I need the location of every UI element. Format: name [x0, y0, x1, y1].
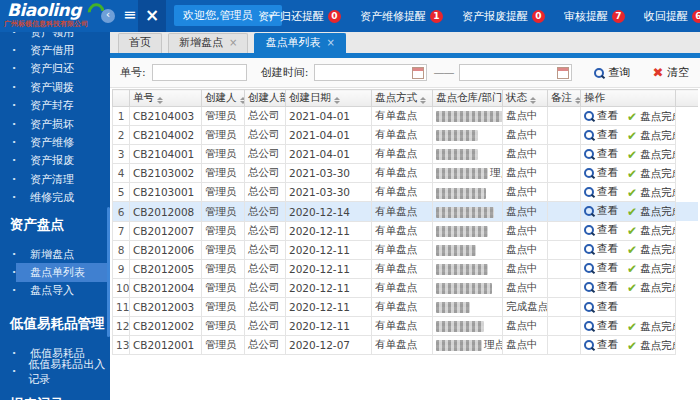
- table-row[interactable]: 11CB2012003管理员总公司2020-12-11有单盘点完成盘点查看: [113, 297, 699, 316]
- view-link[interactable]: 查看: [584, 280, 618, 294]
- order-no-input[interactable]: [152, 64, 247, 81]
- complete-link[interactable]: ✔盘点完成: [627, 148, 676, 162]
- date-to-input[interactable]: [459, 64, 572, 81]
- sidebar-item[interactable]: ·低值易耗品出入记录: [0, 362, 110, 380]
- view-link[interactable]: 查看: [584, 338, 618, 352]
- tab-close-icon[interactable]: ×: [326, 37, 334, 48]
- complete-link[interactable]: ✔盘点完成: [627, 186, 676, 200]
- close-icon[interactable]: ×: [138, 0, 166, 32]
- cell-created-date: 2020-12-11: [286, 317, 372, 336]
- tab-item[interactable]: 新增盘点×: [168, 33, 248, 53]
- view-link[interactable]: 查看: [584, 128, 618, 142]
- sort-icon[interactable]: [530, 97, 536, 104]
- table-row[interactable]: 4CB2103002管理员总公司2021-03-30有单盘点理点盘点中查看✔盘点…: [113, 164, 699, 183]
- topnav-item[interactable]: 资产报废提醒0: [462, 9, 545, 24]
- clear-button[interactable]: ✖ 清空: [652, 65, 689, 80]
- table-row[interactable]: 7CB2012007管理员总公司2020-12-11有单盘点盘点中查看✔盘点完成: [113, 221, 699, 240]
- sort-icon[interactable]: [240, 97, 245, 104]
- table-row[interactable]: 2CB2104002管理员总公司2021-04-01有单盘点盘点中查看✔盘点完成: [113, 126, 699, 145]
- column-header[interactable]: 创建人部门: [245, 90, 286, 107]
- table-row[interactable]: 3CB2104001管理员总公司2021-04-01有单盘点盘点中查看✔盘点完成: [113, 145, 699, 164]
- column-header[interactable]: 创建日期: [286, 90, 372, 107]
- sidebar-item[interactable]: ·资产归还: [0, 60, 110, 78]
- complete-link[interactable]: ✔盘点完成: [627, 110, 676, 124]
- view-link[interactable]: 查看: [584, 319, 618, 333]
- view-link[interactable]: 查看: [584, 185, 618, 199]
- calendar-icon[interactable]: [412, 67, 424, 79]
- complete-link[interactable]: ✔盘点完成: [627, 262, 676, 276]
- sidebar-item[interactable]: ·资产清理: [0, 170, 110, 188]
- column-header[interactable]: 单号: [130, 90, 202, 107]
- complete-link[interactable]: ✔盘点完成: [627, 129, 676, 143]
- table-row[interactable]: 8CB2012006管理员总公司2020-12-11有单盘点盘点中查看✔盘点完成: [113, 240, 699, 259]
- column-header[interactable]: 状态: [503, 90, 548, 107]
- view-link[interactable]: 查看: [584, 109, 618, 123]
- complete-link[interactable]: ✔盘点完成: [627, 281, 676, 295]
- view-link[interactable]: 查看: [584, 261, 618, 275]
- sidebar-item[interactable]: ·资产封存: [0, 97, 110, 115]
- complete-link[interactable]: ✔盘点完成: [627, 167, 676, 181]
- complete-link[interactable]: ✔盘点完成: [627, 339, 676, 353]
- sidebar-item[interactable]: ·盘点单列表: [0, 263, 110, 281]
- tab-close-icon[interactable]: ×: [229, 37, 237, 48]
- topnav-item[interactable]: 资产归还提醒0: [258, 9, 341, 24]
- clear-x-icon: ✖: [652, 67, 663, 78]
- sort-icon[interactable]: [157, 97, 163, 104]
- cell-creator-dept: 总公司: [245, 145, 286, 164]
- column-header[interactable]: 创建人: [202, 90, 245, 107]
- column-header[interactable]: 盘点仓库/部门: [433, 90, 503, 107]
- column-header[interactable]: 盘点方式: [372, 90, 433, 107]
- sidebar-item[interactable]: ·资产维修: [0, 133, 110, 151]
- sidebar-collapse-button[interactable]: ‹: [101, 9, 115, 23]
- view-link[interactable]: 查看: [584, 300, 618, 314]
- column-header[interactable]: 备注: [548, 90, 581, 107]
- sidebar-item[interactable]: ·资产调拨: [0, 78, 110, 96]
- main-content: 首页新增盘点×盘点单列表× 单号: 创建时间: —— 查询 ✖ 清空: [110, 32, 700, 400]
- sidebar-item[interactable]: ·新增盘点: [0, 245, 110, 263]
- complete-link[interactable]: ✔盘点完成: [627, 205, 676, 219]
- table-row[interactable]: 12CB2012002管理员总公司2020-12-11有单盘点盘点中查看✔盘点完…: [113, 317, 699, 336]
- view-link[interactable]: 查看: [584, 166, 618, 180]
- sidebar-item[interactable]: ·资产报废: [0, 152, 110, 170]
- sidebar-section-title[interactable]: 低值易耗品管理: [0, 306, 110, 337]
- tab-item[interactable]: 盘点单列表×: [254, 33, 345, 53]
- query-button[interactable]: 查询: [594, 65, 630, 80]
- sidebar-section-title[interactable]: 资产盘点: [0, 207, 110, 238]
- table-row[interactable]: 6CB2012008管理员总公司2020-12-14有单盘点盘点中查看✔盘点完成: [113, 202, 699, 221]
- hamburger-menu-icon[interactable]: ≡: [123, 5, 136, 24]
- view-link[interactable]: 查看: [584, 204, 618, 218]
- sidebar-item[interactable]: ·资产损坏: [0, 115, 110, 133]
- table-row[interactable]: 5CB2103001管理员总公司2021-03-30有单盘点盘点中查看✔盘点完成: [113, 183, 699, 202]
- view-link[interactable]: 查看: [584, 223, 618, 237]
- topnav-item[interactable]: 资产维修提醒1: [360, 9, 443, 24]
- sidebar-item[interactable]: ·资产领用: [0, 32, 110, 41]
- cell-order-no: CB2012006: [130, 240, 202, 259]
- tab-item[interactable]: 首页: [118, 33, 162, 53]
- view-link[interactable]: 查看: [584, 242, 618, 256]
- cell-method: 有单盘点: [372, 336, 433, 355]
- magnifier-icon: [584, 187, 594, 197]
- sort-icon[interactable]: [420, 97, 426, 104]
- sidebar-item[interactable]: ·资产借用: [0, 41, 110, 59]
- calendar-icon[interactable]: [557, 67, 569, 79]
- complete-link[interactable]: ✔盘点完成: [627, 320, 676, 334]
- column-header[interactable]: 操作: [581, 90, 676, 107]
- table-row[interactable]: 10CB2012004管理员总公司2020-12-11有单盘点盘点中查看✔盘点完…: [113, 278, 699, 297]
- sidebar-item[interactable]: ·盘点导入: [0, 282, 110, 300]
- sidebar-item[interactable]: ·维修完成: [0, 189, 110, 207]
- view-link[interactable]: 查看: [584, 147, 618, 161]
- reminder-nav: 资产归还提醒0资产维修提醒1资产报废提醒0审核提醒7收回提醒6: [258, 0, 700, 32]
- table-row[interactable]: 1CB2104003管理员总公司2021-04-01有单盘点盘点中查看✔盘点完成: [113, 107, 699, 126]
- sort-icon[interactable]: [334, 97, 340, 104]
- complete-link[interactable]: ✔盘点完成: [627, 224, 676, 238]
- topnav-item[interactable]: 审核提醒7: [564, 9, 625, 24]
- table-row[interactable]: 13CB2012001管理员总公司2020-12-07有单盘点理点盘点中查看✔盘…: [113, 336, 699, 355]
- date-from-input[interactable]: [314, 64, 427, 81]
- table-row[interactable]: 9CB2012005管理员总公司2020-12-11有单盘点盘点中查看✔盘点完成: [113, 259, 699, 278]
- sort-icon[interactable]: [575, 97, 581, 104]
- column-header[interactable]: [113, 90, 130, 107]
- topnav-item[interactable]: 收回提醒6: [644, 9, 700, 24]
- complete-link[interactable]: ✔盘点完成: [627, 243, 676, 257]
- sidebar-section-title[interactable]: 报表记录: [0, 387, 110, 400]
- cell-filler: [676, 336, 699, 355]
